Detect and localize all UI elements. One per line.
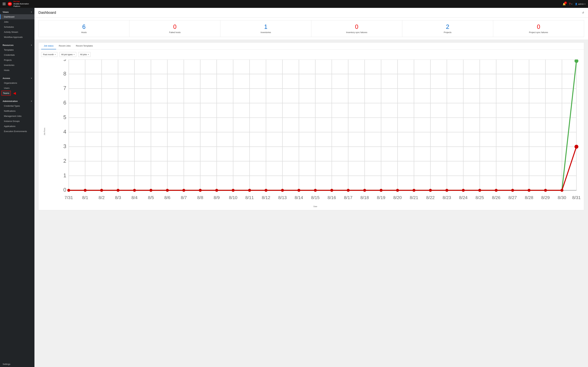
stat-hosts[interactable]: 6 Hosts (38, 20, 130, 37)
hamburger-button[interactable] (3, 3, 6, 5)
stat-projects-label: Projects (405, 31, 490, 33)
sidebar-item-execution-environments[interactable]: Execution Environments (0, 129, 35, 134)
stat-projects-number: 2 (405, 24, 490, 30)
svg-text:1: 1 (63, 172, 66, 178)
sidebar-section-views: Views ▾ Dashboard Jobs Schedules Activit… (0, 8, 35, 41)
sidebar-item-projects[interactable]: Projects (0, 58, 35, 63)
svg-text:8/23: 8/23 (443, 195, 451, 200)
job-type-select[interactable]: All job types ▾ (59, 52, 76, 57)
time-period-select[interactable]: Past month ▾ (41, 52, 57, 57)
chart-canvas: 0 1 2 3 4 5 6 7 8 9 (49, 59, 581, 205)
svg-text:8/1: 8/1 (82, 195, 88, 200)
sidebar-item-templates[interactable]: Templates (0, 47, 35, 52)
job-type-value: All job types (61, 53, 73, 56)
sidebar-item-credentials[interactable]: Credentials (0, 52, 35, 58)
user-label: admin (578, 3, 584, 5)
svg-text:5: 5 (63, 114, 66, 120)
stat-failed-hosts[interactable]: 0 Failed hosts (130, 20, 220, 37)
topbar: RH Red Hat Ansible Automation Platform 🔔… (0, 0, 588, 8)
sidebar-item-management-jobs[interactable]: Management Jobs (0, 114, 35, 119)
sidebar-item-users[interactable]: Users (0, 85, 35, 91)
stat-projects[interactable]: 2 Projects (402, 20, 493, 37)
sidebar-resources-label: Resources (3, 44, 13, 46)
svg-text:8/29: 8/29 (541, 195, 550, 200)
page-title: Dashboard (38, 10, 56, 15)
sidebar-item-jobs[interactable]: Jobs (0, 19, 35, 25)
sidebar-administration-header[interactable]: Administration ▾ (0, 98, 35, 103)
chevron-down-icon: ▾ (88, 54, 89, 55)
sidebar-item-dashboard[interactable]: Dashboard (0, 14, 35, 19)
sidebar-section-access: Access ▾ Organizations Users Teams ◀ (0, 74, 35, 97)
svg-text:8/9: 8/9 (214, 195, 220, 200)
svg-text:8/16: 8/16 (328, 195, 336, 200)
sidebar-item-organizations[interactable]: Organizations (0, 80, 35, 85)
stat-failed-hosts-number: 0 (132, 24, 217, 30)
sidebar-administration-label: Administration (3, 100, 18, 102)
job-filter-select[interactable]: All jobs ▾ (78, 52, 91, 57)
stat-inventory-sync-failures-label: Inventory sync failures (314, 31, 399, 33)
svg-text:8/28: 8/28 (525, 195, 533, 200)
svg-point-105 (363, 189, 366, 192)
stat-project-sync-failures[interactable]: 0 Project sync failures (493, 20, 584, 37)
sidebar-item-inventories[interactable]: Inventories (0, 63, 35, 68)
chart-svg: 0 1 2 3 4 5 6 7 8 9 (49, 59, 581, 205)
chevron-down-icon: ▾ (31, 77, 32, 79)
svg-text:7: 7 (63, 85, 66, 91)
svg-point-104 (347, 189, 350, 192)
chart-tabs: Job status Recent Jobs Recent Templates (39, 43, 584, 50)
sidebar-views-header[interactable]: Views ▾ (0, 9, 35, 14)
page-header: Dashboard ↺ (35, 8, 588, 17)
user-menu[interactable]: 👤 admin ▾ (575, 3, 585, 5)
sidebar-resources-header[interactable]: Resources ▾ (0, 42, 35, 47)
stat-inventory-sync-failures[interactable]: 0 Inventory sync failures (311, 20, 402, 37)
help-button[interactable]: ❓ ▾ (569, 3, 572, 5)
svg-point-108 (413, 189, 415, 192)
svg-text:9: 9 (63, 59, 66, 62)
tab-recent-templates[interactable]: Recent Templates (73, 43, 96, 49)
sidebar-access-header[interactable]: Access ▾ (0, 75, 35, 80)
chevron-down-icon: ▾ (55, 54, 56, 55)
stat-failed-hosts-label: Failed hosts (132, 31, 217, 33)
y-axis-label: Job Runs (43, 129, 45, 135)
sidebar-item-notifications[interactable]: Notifications (0, 108, 35, 114)
sidebar-item-settings[interactable]: Settings (0, 361, 35, 367)
notification-bell[interactable]: 🔔 0 (562, 2, 566, 6)
svg-point-86 (575, 59, 579, 63)
chevron-down-icon: ▾ (31, 44, 32, 46)
sidebar-item-credential-types[interactable]: Credential Types (0, 103, 35, 108)
sidebar-item-workflow-approvals[interactable]: Workflow Approvals (0, 34, 35, 40)
svg-point-106 (380, 189, 383, 192)
svg-text:8/21: 8/21 (410, 195, 418, 200)
sidebar-item-activity-stream[interactable]: Activity Stream (0, 30, 35, 34)
sidebar: Views ▾ Dashboard Jobs Schedules Activit… (0, 8, 35, 367)
svg-text:8/27: 8/27 (509, 195, 517, 200)
sidebar-item-teams[interactable]: Teams (1, 91, 11, 96)
help-caret: ▾ (571, 3, 572, 5)
svg-point-97 (232, 189, 235, 192)
time-period-value: Past month (43, 53, 54, 56)
svg-point-115 (528, 189, 531, 192)
chart-wrapper: Job Runs (39, 59, 584, 210)
sidebar-item-schedules[interactable]: Schedules (0, 25, 35, 30)
svg-point-101 (297, 189, 300, 192)
svg-point-114 (511, 189, 514, 192)
svg-text:0: 0 (63, 187, 66, 193)
svg-point-88 (84, 189, 87, 192)
refresh-button[interactable]: ↺ (582, 11, 584, 14)
svg-text:8/14: 8/14 (295, 195, 303, 200)
tab-job-status[interactable]: Job status (41, 43, 56, 49)
brand-name-line1: Red Hat (13, 0, 29, 3)
sidebar-item-instance-groups[interactable]: Instance Groups (0, 119, 35, 124)
svg-text:8/10: 8/10 (229, 195, 237, 200)
svg-text:8/2: 8/2 (99, 195, 105, 200)
svg-text:8/5: 8/5 (148, 195, 154, 200)
stat-hosts-number: 6 (41, 24, 127, 30)
sidebar-item-hosts[interactable]: Hosts (0, 68, 35, 73)
brand-logo: RH Red Hat Ansible Automation Platform (8, 0, 29, 7)
sidebar-item-applications[interactable]: Applications (0, 124, 35, 129)
svg-text:8/15: 8/15 (311, 195, 320, 200)
tab-recent-jobs[interactable]: Recent Jobs (56, 43, 73, 49)
svg-text:3: 3 (63, 143, 66, 149)
stat-inventories[interactable]: 1 Inventories (220, 20, 311, 37)
svg-point-93 (166, 189, 169, 192)
